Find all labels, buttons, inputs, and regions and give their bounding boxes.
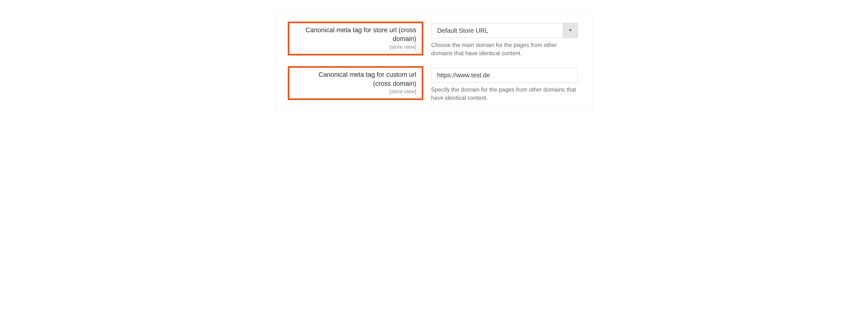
canonical-store-url-select[interactable]: Default Store URL — [431, 23, 578, 38]
field-row-store-url: Canonical meta tag for store url (cross … — [288, 22, 578, 57]
field-control-custom-url: Specify the domain for the pages from ot… — [431, 66, 578, 102]
field-scope: [store view] — [302, 44, 416, 50]
field-label: Canonical meta tag for custom url (cross… — [302, 70, 416, 88]
field-label: Canonical meta tag for store url (cross … — [302, 26, 416, 43]
field-help: Choose the main domain for the pages fro… — [431, 41, 578, 57]
chevron-down-icon — [569, 28, 572, 33]
field-control-store-url: Default Store URL Choose the main domain… — [431, 22, 578, 57]
field-help: Specify the domain for the pages from ot… — [431, 86, 578, 102]
label-box-custom-url: Canonical meta tag for custom url (cross… — [288, 66, 423, 100]
label-box-store-url: Canonical meta tag for store url (cross … — [288, 22, 423, 56]
select-value: Default Store URL — [431, 23, 563, 38]
settings-panel: Canonical meta tag for store url (cross … — [275, 10, 593, 112]
field-scope: [store view] — [302, 88, 416, 95]
canonical-custom-url-input[interactable] — [431, 68, 578, 83]
field-row-custom-url: Canonical meta tag for custom url (cross… — [288, 66, 578, 102]
select-toggle-button[interactable] — [563, 23, 578, 38]
